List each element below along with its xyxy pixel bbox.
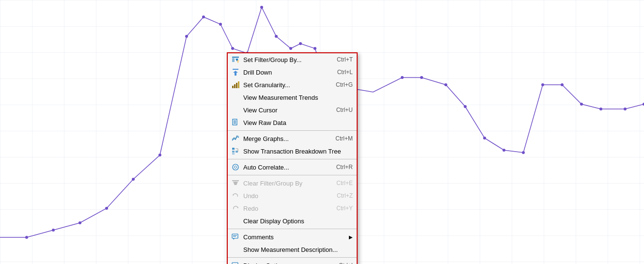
menu-shortcut-auto-correlate: Ctrl+R: [336, 164, 353, 171]
svg-point-19: [444, 83, 447, 86]
svg-point-6: [158, 154, 161, 156]
merge-icon: [231, 134, 240, 143]
svg-marker-35: [233, 71, 238, 73]
menu-item-redo: Redo Ctrl+Y: [228, 202, 357, 215]
menu-label-undo: Undo: [243, 192, 332, 200]
svg-marker-54: [233, 182, 238, 185]
menu-label-clear-display-options: Clear Display Options: [243, 217, 353, 225]
clear-display-icon: [231, 217, 240, 225]
svg-point-27: [599, 108, 602, 110]
menu-shortcut-set-filter: Ctrl+T: [337, 56, 353, 63]
menu-label-set-granularity: Set Granularity...: [243, 81, 331, 89]
svg-rect-38: [234, 84, 236, 88]
context-menu: T Set Filter/Group By... Ctrl+T Drill Do…: [227, 52, 358, 264]
menu-shortcut-redo: Ctrl+Y: [336, 205, 353, 212]
menu-item-view-cursor[interactable]: View Cursor Ctrl+U: [228, 104, 357, 116]
menu-item-view-raw-data[interactable]: View Raw Data: [228, 116, 357, 129]
menu-label-clear-filter: Clear Filter/Group By: [243, 180, 331, 187]
menu-item-display-options[interactable]: Display Options... Ctrl+I: [228, 259, 357, 264]
submenu-arrow-comments: ▶: [349, 234, 353, 240]
measurement-trends-icon: [231, 93, 240, 102]
svg-point-24: [541, 83, 544, 86]
svg-point-4: [105, 207, 108, 210]
menu-shortcut-set-granularity: Ctrl+G: [336, 81, 353, 88]
svg-point-2: [52, 229, 55, 232]
menu-label-view-raw-data: View Raw Data: [243, 119, 353, 126]
menu-shortcut-display-options: Ctrl+I: [339, 262, 353, 264]
svg-rect-39: [236, 83, 237, 88]
svg-point-28: [624, 108, 627, 110]
view-cursor-icon: [231, 106, 240, 114]
svg-rect-48: [236, 151, 238, 153]
menu-label-set-filter: Set Filter/Group By...: [243, 56, 332, 63]
menu-item-set-granularity[interactable]: Set Granularity... Ctrl+G: [228, 78, 357, 91]
menu-item-show-measurement-description[interactable]: Show Measurement Description...: [228, 243, 357, 256]
svg-point-10: [231, 47, 234, 50]
separator-3: [228, 175, 357, 175]
menu-shortcut-merge-graphs: Ctrl+M: [335, 135, 353, 142]
svg-rect-47: [232, 151, 235, 153]
menu-item-view-measurement-trends[interactable]: View Measurement Trends: [228, 91, 357, 104]
separator-4: [228, 229, 357, 229]
menu-shortcut-clear-filter: Ctrl+E: [336, 180, 353, 186]
svg-point-22: [503, 149, 505, 152]
measurement-description-icon: [231, 245, 240, 254]
menu-shortcut-undo: Ctrl+Z: [337, 192, 353, 199]
comments-icon: [231, 233, 240, 241]
svg-point-18: [420, 76, 423, 79]
svg-rect-36: [235, 73, 236, 76]
menu-item-undo: Undo Ctrl+Z: [228, 189, 357, 202]
menu-item-set-filter[interactable]: T Set Filter/Group By... Ctrl+T: [228, 53, 357, 66]
display-options-icon: [231, 261, 240, 264]
menu-item-merge-graphs[interactable]: Merge Graphs... Ctrl+M: [228, 132, 357, 145]
breakdown-icon: [231, 147, 240, 155]
menu-label-view-cursor: View Cursor: [243, 107, 331, 114]
autocorrelate-icon: [231, 163, 240, 171]
svg-point-23: [522, 151, 525, 154]
drilldown-icon: [231, 68, 240, 77]
menu-item-clear-display-options[interactable]: Clear Display Options: [228, 215, 357, 227]
menu-item-show-transaction-breakdown[interactable]: Show Transaction Breakdown Tree: [228, 145, 357, 157]
svg-point-20: [464, 105, 467, 108]
redo-icon: [231, 204, 240, 213]
svg-point-16: [314, 47, 316, 50]
svg-point-25: [561, 83, 564, 86]
menu-label-view-measurement-trends: View Measurement Trends: [243, 94, 353, 101]
svg-rect-31: [232, 58, 235, 62]
separator-1: [228, 130, 357, 131]
svg-rect-34: [233, 69, 238, 70]
menu-label-redo: Redo: [243, 205, 331, 212]
svg-text:T: T: [237, 60, 239, 63]
menu-label-show-measurement-description: Show Measurement Description...: [243, 246, 353, 253]
menu-label-auto-correlate: Auto Correlate...: [243, 164, 331, 171]
svg-point-15: [299, 42, 302, 45]
undo-icon: [231, 191, 240, 200]
svg-rect-37: [232, 86, 234, 88]
menu-label-comments: Comments: [243, 233, 347, 241]
svg-point-1: [25, 236, 28, 239]
svg-point-17: [401, 76, 404, 79]
menu-shortcut-drill-down: Ctrl+L: [337, 69, 353, 76]
menu-label-merge-graphs: Merge Graphs...: [243, 135, 330, 142]
menu-label-display-options: Display Options...: [243, 262, 334, 264]
menu-label-drill-down: Drill Down: [243, 69, 332, 76]
svg-point-8: [202, 16, 205, 18]
separator-5: [228, 257, 357, 258]
svg-rect-41: [233, 119, 237, 125]
svg-rect-46: [232, 148, 235, 150]
svg-point-14: [289, 47, 292, 50]
rawdata-icon: [231, 118, 240, 127]
menu-item-comments[interactable]: Comments ▶: [228, 231, 357, 243]
menu-item-drill-down[interactable]: Drill Down Ctrl+L: [228, 66, 357, 78]
svg-point-5: [132, 178, 135, 181]
menu-item-clear-filter: Clear Filter/Group By Ctrl+E: [228, 177, 357, 189]
menu-item-auto-correlate[interactable]: Auto Correlate... Ctrl+R: [228, 161, 357, 173]
svg-point-13: [275, 35, 278, 38]
clear-icon: [231, 179, 240, 187]
svg-rect-40: [238, 81, 239, 88]
svg-marker-60: [233, 238, 235, 240]
svg-rect-53: [232, 180, 239, 181]
menu-label-show-transaction-breakdown: Show Transaction Breakdown Tree: [243, 148, 353, 155]
granularity-icon: [231, 80, 240, 89]
svg-point-7: [185, 35, 188, 38]
